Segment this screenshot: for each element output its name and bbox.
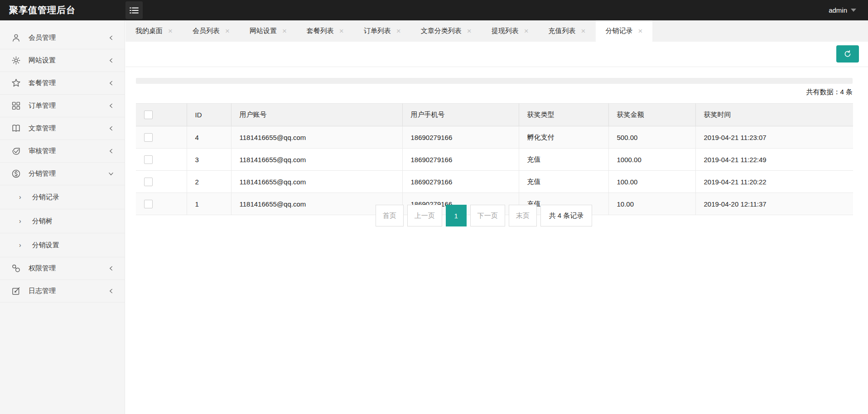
chevron-down-icon	[851, 9, 856, 12]
pagination-next-button[interactable]: 下一页	[470, 205, 505, 226]
close-icon[interactable]: ×	[282, 27, 287, 35]
col-header-award-type: 获奖类型	[519, 104, 608, 126]
sidebar-item-members[interactable]: 会员管理	[0, 27, 125, 49]
total-data-label: 共有数据：4 条	[136, 88, 853, 96]
pagination-first-button[interactable]: 首页	[376, 205, 404, 226]
tab-withdrawal-list[interactable]: 提现列表 ×	[482, 20, 539, 42]
grid-icon	[11, 101, 21, 111]
chevron-right-icon: ›	[19, 193, 21, 201]
cell-award-time: 2019-04-21 11:22:49	[695, 149, 853, 171]
chevron-left-icon	[108, 81, 114, 86]
sidebar-item-distribution[interactable]: 分销管理	[0, 163, 125, 185]
chevron-left-icon	[108, 126, 114, 131]
col-header-account: 用户账号	[231, 104, 402, 126]
star-icon	[11, 78, 21, 88]
table-row: 4 1181416655@qq.com 18690279166 孵化支付 500…	[136, 126, 853, 149]
pagination: 首页 上一页 1 下一页 末页 共 4 条记录	[125, 205, 842, 226]
cell-award-amount: 100.00	[608, 171, 695, 193]
sidebar-item-articles[interactable]: 文章管理	[0, 117, 125, 140]
sidebar-subitem-distribution-settings[interactable]: › 分销设置	[0, 233, 125, 257]
cell-award-amount: 1000.00	[608, 149, 695, 171]
col-header-award-time: 获奖时间	[695, 104, 853, 126]
book-icon	[11, 124, 21, 133]
sidebar-subitem-distribution-tree[interactable]: › 分销树	[0, 209, 125, 233]
cell-id: 2	[187, 171, 231, 193]
user-icon	[11, 33, 21, 43]
tab-my-desktop[interactable]: 我的桌面 ×	[125, 20, 183, 42]
pagination-last-button[interactable]: 末页	[509, 205, 537, 226]
cell-award-type: 充值	[519, 171, 608, 193]
link-icon	[11, 264, 21, 273]
close-icon[interactable]: ×	[339, 27, 344, 35]
close-icon[interactable]: ×	[396, 27, 401, 35]
close-icon[interactable]: ×	[225, 27, 230, 35]
table-row: 3 1181416655@qq.com 18690279166 充值 1000.…	[136, 149, 853, 171]
close-icon[interactable]: ×	[524, 27, 529, 35]
select-all-checkbox[interactable]	[144, 111, 153, 119]
close-icon[interactable]: ×	[467, 27, 472, 35]
cell-phone: 18690279166	[402, 171, 519, 193]
refresh-icon	[844, 50, 852, 58]
table-row: 2 1181416655@qq.com 18690279166 充值 100.0…	[136, 171, 853, 193]
refresh-button[interactable]	[836, 45, 859, 63]
username: admin	[829, 6, 847, 14]
col-header-phone: 用户手机号	[402, 104, 519, 126]
row-checkbox[interactable]	[144, 155, 153, 164]
user-menu[interactable]: admin	[829, 0, 856, 20]
tab-package-list[interactable]: 套餐列表 ×	[297, 20, 354, 42]
chevron-right-icon: ›	[19, 241, 21, 249]
pagination-prev-button[interactable]: 上一页	[407, 205, 442, 226]
edit-square-icon	[11, 286, 21, 296]
sidebar-item-site-settings[interactable]: 网站设置	[0, 49, 125, 72]
close-icon[interactable]: ×	[168, 27, 173, 35]
sidebar: 会员管理 网站设置 套餐管理 订单管理	[0, 20, 125, 414]
row-checkbox[interactable]	[144, 178, 153, 186]
cell-award-type: 孵化支付	[519, 126, 608, 149]
cell-account: 1181416655@qq.com	[231, 149, 402, 171]
chevron-left-icon	[108, 289, 114, 294]
col-header-award-amount: 获奖金额	[608, 104, 695, 126]
tabbar: 我的桌面 × 会员列表 × 网站设置 × 套餐列表 × 订单列表 × 文章分类列…	[125, 20, 868, 42]
cell-award-time: 2019-04-21 11:20:22	[695, 171, 853, 193]
sidebar-item-packages[interactable]: 套餐管理	[0, 72, 125, 95]
sidebar-item-permissions[interactable]: 权限管理	[0, 257, 125, 280]
sidebar-subitem-distribution-records[interactable]: › 分销记录	[0, 185, 125, 209]
pagination-total-label: 共 4 条记录	[540, 205, 593, 226]
cell-account: 1181416655@qq.com	[231, 171, 402, 193]
tab-article-category-list[interactable]: 文章分类列表 ×	[411, 20, 482, 42]
records-table: ID 用户账号 用户手机号 获奖类型 获奖金额 获奖时间 4 118141665…	[136, 103, 853, 215]
col-header-id: ID	[187, 104, 231, 126]
sidebar-toggle-button[interactable]	[125, 1, 143, 19]
chevron-left-icon	[108, 149, 114, 154]
cell-phone: 18690279166	[402, 149, 519, 171]
row-checkbox[interactable]	[144, 133, 153, 142]
close-icon[interactable]: ×	[581, 27, 586, 35]
toolbar	[125, 42, 868, 67]
chevron-left-icon	[108, 266, 114, 271]
hamburger-icon	[130, 7, 139, 14]
cell-phone: 18690279166	[402, 126, 519, 149]
close-icon[interactable]: ×	[638, 27, 643, 35]
pagination-page-1[interactable]: 1	[446, 205, 467, 226]
cell-award-time: 2019-04-21 11:23:07	[695, 126, 853, 149]
tab-member-list[interactable]: 会员列表 ×	[183, 20, 240, 42]
sidebar-item-orders[interactable]: 订单管理	[0, 95, 125, 117]
chevron-right-icon: ›	[19, 217, 21, 225]
chevron-down-icon	[108, 171, 114, 177]
tab-recharge-list[interactable]: 充值列表 ×	[539, 20, 596, 42]
tab-site-settings[interactable]: 网站设置 ×	[240, 20, 297, 42]
cell-award-amount: 500.00	[608, 126, 695, 149]
chevron-left-icon	[108, 103, 114, 109]
audit-icon	[11, 146, 21, 156]
cell-account: 1181416655@qq.com	[231, 126, 402, 149]
chevron-left-icon	[108, 35, 114, 41]
tab-distribution-records[interactable]: 分销记录 ×	[596, 20, 653, 42]
main-content: 共有数据：4 条 ID 用户账号 用户手机号 获奖类型 获奖金额 获奖时间 4 …	[125, 42, 868, 414]
sidebar-item-logs[interactable]: 日志管理	[0, 280, 125, 303]
gear-icon	[11, 56, 21, 65]
tab-order-list[interactable]: 订单列表 ×	[354, 20, 411, 42]
toolbar-strip	[136, 78, 853, 84]
cell-id: 3	[187, 149, 231, 171]
sidebar-item-audit[interactable]: 审核管理	[0, 140, 125, 163]
cell-award-type: 充值	[519, 149, 608, 171]
